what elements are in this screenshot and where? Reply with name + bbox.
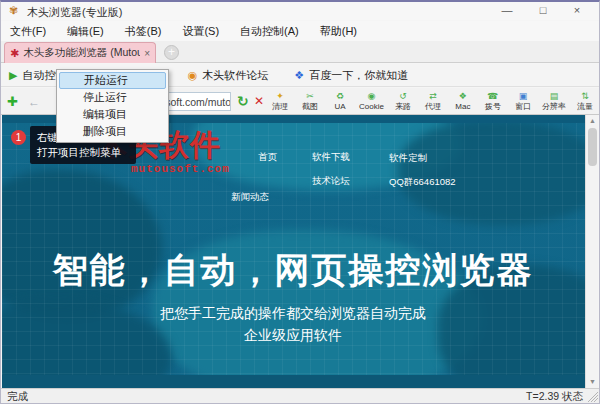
tab-active[interactable]: ✱ 木头多功能浏览器 (Mutou ×: [4, 42, 156, 63]
menu-settings[interactable]: 设置(S): [182, 24, 219, 39]
menu-edit[interactable]: 编辑(E): [67, 24, 104, 39]
tool-ua[interactable]: ♻ UA: [329, 89, 351, 114]
menu-item-delete-project[interactable]: 删除项目: [59, 123, 166, 140]
menu-bar: 文件(F) 编辑(E) 书签(B) 设置(S) 自动控制(A) 帮助(H): [1, 21, 599, 41]
tooltip-line2: 打开项目控制菜单: [37, 145, 129, 160]
menu-item-stop-run[interactable]: 停止运行: [59, 89, 166, 106]
hero-title: 智能，自动，网页操控浏览器: [2, 247, 584, 294]
play-icon: ▶: [9, 69, 17, 82]
window-title: 木头浏览器(专业版): [27, 5, 122, 20]
bookmark-label: 木头软件论坛: [202, 68, 268, 83]
hero-subtitle-2: 企业级应用软件: [2, 327, 584, 345]
site-nav-home[interactable]: 首页: [258, 151, 277, 164]
tool-cookie[interactable]: ◉ Cookie: [359, 89, 384, 114]
maximize-button[interactable]: □: [527, 2, 559, 20]
web-page-viewport: 1 右键点击项目书签 打开项目控制菜单 木头软件 mutousoft.com 首…: [2, 115, 598, 388]
tool-strip: ✦ 清理 ✂ 截图 ♻ UA ◉ Cookie ↺ 来路 ⇄ 代理: [269, 89, 596, 114]
menu-autocontrol[interactable]: 自动控制(A): [240, 24, 299, 39]
bookmark-label: 百度一下，你就知道: [309, 68, 408, 83]
tab-label: 木头多功能浏览器 (Mutou: [23, 46, 140, 60]
hero-subtitle-1: 把您手工完成的操作都交给浏览器自动完成: [2, 305, 584, 323]
new-tab-button[interactable]: +: [164, 45, 179, 60]
resize-grip[interactable]: [588, 392, 598, 402]
notification-badge: 1: [11, 130, 26, 145]
site-nav-download[interactable]: 软件下载: [312, 151, 350, 164]
bookmark-baidu[interactable]: ❖ 百度一下，你就知道: [294, 68, 408, 83]
menu-help[interactable]: 帮助(H): [320, 24, 357, 39]
tool-referer[interactable]: ↺ 来路: [392, 89, 414, 114]
back-icon[interactable]: ←: [28, 95, 40, 109]
minimize-button[interactable]: —: [491, 2, 523, 20]
project-context-menu: 开始运行 停止运行 编辑项目 删除项目: [56, 69, 169, 143]
site-nav-forum[interactable]: 技术论坛: [312, 175, 350, 188]
tool-proxy[interactable]: ⇄ 代理: [422, 89, 444, 114]
tool-window[interactable]: ▣ 窗口: [512, 89, 534, 114]
scroll-down-icon[interactable]: ▼: [586, 376, 598, 388]
tool-traffic[interactable]: ⇅ 流量: [574, 89, 596, 114]
scrollbar-thumb[interactable]: [588, 128, 597, 166]
menu-file[interactable]: 文件(F): [10, 24, 46, 39]
tool-resolution[interactable]: ▤ 分辨率: [542, 89, 566, 114]
close-button[interactable]: ×: [561, 2, 593, 20]
browser-window: ✾ 木头浏览器(专业版) — □ × 文件(F) 编辑(E) 书签(B) 设置(…: [0, 0, 600, 404]
site-nav-qq-group[interactable]: QQ群66461082: [389, 176, 456, 189]
status-bar: 完成 T=2.39 状态: [1, 388, 599, 403]
status-timing: T=2.39 状态: [526, 390, 583, 404]
page-scrollbar[interactable]: ▲ ▼: [585, 115, 598, 388]
page-bottom-strip: [2, 375, 598, 388]
tool-dial[interactable]: ☎ 拨号: [482, 89, 504, 114]
menu-item-start-run[interactable]: 开始运行: [59, 72, 166, 89]
site-nav-custom[interactable]: 软件定制: [389, 152, 427, 165]
bookmark-mutou-forum[interactable]: ◉ 木头软件论坛: [188, 68, 269, 83]
menu-item-edit-project[interactable]: 编辑项目: [59, 106, 166, 123]
stop-icon[interactable]: ✕: [254, 94, 264, 108]
forum-icon: ◉: [188, 69, 198, 82]
baidu-icon: ❖: [294, 69, 304, 82]
tab-bar: ✱ 木头多功能浏览器 (Mutou × +: [1, 41, 599, 63]
tab-close-icon[interactable]: ×: [144, 48, 150, 59]
title-bar: ✾ 木头浏览器(专业版) — □ ×: [1, 2, 599, 20]
watermark-domain: mutousoft.com: [131, 163, 230, 175]
tab-favicon-icon: ✱: [10, 47, 19, 60]
tool-mac[interactable]: ❖ Mac: [452, 89, 474, 114]
status-text: 完成: [7, 390, 28, 404]
menu-bookmarks[interactable]: 书签(B): [125, 24, 162, 39]
add-project-icon[interactable]: ✚: [7, 94, 18, 109]
site-nav-news[interactable]: 新闻动态: [231, 191, 269, 204]
tool-screenshot[interactable]: ✂ 截图: [299, 89, 321, 114]
app-icon: ✾: [9, 4, 18, 17]
refresh-icon[interactable]: ↻: [237, 93, 249, 109]
tool-clean[interactable]: ✦ 清理: [269, 89, 291, 114]
scroll-up-icon[interactable]: ▲: [586, 115, 598, 127]
